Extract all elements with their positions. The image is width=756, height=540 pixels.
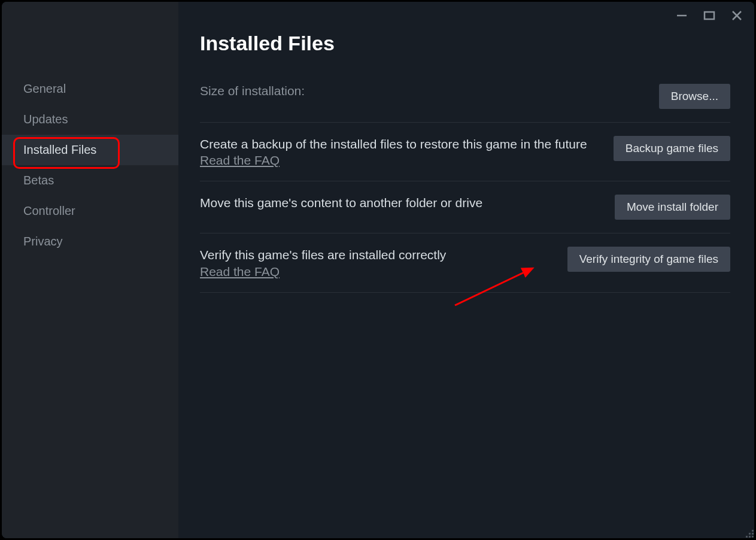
move-description: Move this game's content to another fold… [200,195,597,211]
backup-button[interactable]: Backup game files [614,136,730,161]
row-size: Size of installation: Browse... [200,84,730,123]
backup-description: Create a backup of the installed files t… [200,136,596,152]
sidebar-item-installed-files[interactable]: Installed Files [2,135,178,165]
sidebar-item-controller[interactable]: Controller [2,196,178,226]
verify-button[interactable]: Verify integrity of game files [567,247,730,272]
minimize-icon[interactable] [675,9,688,22]
row-backup: Create a backup of the installed files t… [200,123,730,181]
maximize-icon[interactable] [703,9,716,22]
sidebar-item-updates[interactable]: Updates [2,104,178,135]
window-controls [675,9,743,22]
verify-description: Verify this game's files are installed c… [200,247,549,263]
row-verify: Verify this game's files are installed c… [200,233,730,292]
size-label: Size of installation: [200,84,305,98]
page-title: Installed Files [200,32,730,55]
main-panel: Installed Files Size of installation: Br… [178,2,754,538]
sidebar-item-privacy[interactable]: Privacy [2,226,178,257]
move-button[interactable]: Move install folder [615,195,730,220]
settings-window: General Updates Installed Files Betas Co… [2,2,754,538]
browse-button[interactable]: Browse... [659,84,730,109]
sidebar-item-betas[interactable]: Betas [2,165,178,196]
backup-faq-link[interactable]: Read the FAQ [200,153,280,168]
svg-rect-1 [705,12,714,19]
sidebar: General Updates Installed Files Betas Co… [2,2,178,538]
sidebar-item-general[interactable]: General [2,74,178,104]
row-move: Move this game's content to another fold… [200,181,730,233]
resize-grip-icon[interactable] [744,528,754,538]
close-icon[interactable] [730,9,743,22]
verify-faq-link[interactable]: Read the FAQ [200,265,280,279]
